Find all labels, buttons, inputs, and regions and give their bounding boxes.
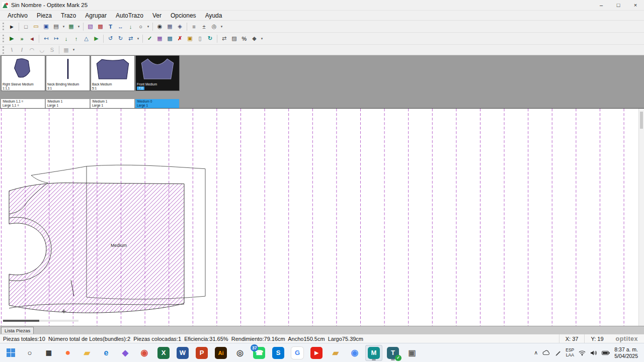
taskbar-media-app[interactable]: ◆: [117, 345, 134, 361]
taskbar-whatsapp[interactable]: ☎37: [251, 345, 268, 361]
icon-place-piece[interactable]: ▶: [7, 34, 17, 43]
icon-refresh-marker[interactable]: ↻: [205, 34, 215, 43]
marker-canvas[interactable]: Medium: [0, 109, 644, 326]
icon-spline-tool[interactable]: S: [47, 45, 57, 55]
dropdown-caret-button[interactable]: ▾: [76, 25, 81, 29]
taskbar-phone-link[interactable]: ◎: [231, 345, 249, 361]
menu-item-autotrazo[interactable]: AutoTrazo: [111, 11, 148, 20]
menu-item-opciones[interactable]: Opciones: [166, 11, 201, 20]
toolbar-grip[interactable]: [3, 35, 4, 42]
taskbar-illustrator[interactable]: Ai: [212, 345, 229, 361]
volume-icon[interactable]: [590, 350, 597, 356]
taskbar-start-button[interactable]: [2, 345, 19, 361]
size-cell-back[interactable]: !Medium 1 Large 1: [91, 99, 135, 108]
icon-flip-horizontal[interactable]: ⇄: [126, 34, 135, 43]
menu-item-trazo[interactable]: Trazo: [56, 11, 80, 20]
size-cell-right-sleeve[interactable]: !Medium 1,1 = Large 1,1 =: [1, 99, 45, 108]
menu-item-ayuda[interactable]: Ayuda: [201, 11, 227, 20]
icon-select-pointer[interactable]: ►: [7, 22, 17, 31]
icon-lot-table[interactable]: ▩: [165, 34, 175, 43]
icon-trace-grid[interactable]: ▦: [61, 45, 71, 55]
icon-new-marker[interactable]: □: [21, 22, 31, 31]
icon-open-marker[interactable]: ▭: [31, 22, 41, 31]
piece-card-back[interactable]: Back Medium 5:1: [91, 55, 135, 91]
icon-slide-down[interactable]: ↓: [61, 34, 71, 43]
menu-item-agrupar[interactable]: Agrupar: [80, 11, 111, 20]
icon-print-marker[interactable]: ▤: [51, 22, 61, 31]
battery-icon[interactable]: [602, 350, 610, 355]
vertical-scrollbar[interactable]: [638, 109, 644, 326]
icon-place-next[interactable]: ▶: [92, 34, 101, 43]
icon-slide-right[interactable]: ↦: [51, 34, 61, 43]
dropdown-caret-button[interactable]: ▾: [61, 25, 66, 29]
icon-overlap-check[interactable]: ✓: [145, 34, 154, 43]
menu-item-ver[interactable]: Ver: [148, 11, 166, 20]
taskbar-task-view[interactable]: ▦: [40, 345, 57, 361]
taskbar-skype[interactable]: S: [270, 345, 287, 361]
icon-polyline-tool[interactable]: /: [17, 45, 27, 55]
icon-marker-options[interactable]: ◆: [250, 34, 259, 43]
icon-delete-piece[interactable]: ✗: [175, 34, 185, 43]
onedrive-cloud-icon[interactable]: [542, 350, 550, 355]
icon-pin-tool[interactable]: ↓: [126, 22, 135, 31]
wifi-icon[interactable]: [579, 350, 586, 356]
dropdown-caret-button[interactable]: ▾: [146, 25, 150, 29]
menu-item-archivo[interactable]: Archivo: [3, 11, 32, 20]
icon-slide-up[interactable]: ↑: [71, 34, 81, 43]
icon-draft-mode[interactable]: ▯: [195, 34, 205, 43]
icon-text-tool[interactable]: T: [106, 22, 115, 31]
horizontal-scrollbar[interactable]: [3, 320, 78, 322]
horizontal-scrollbar-thumb[interactable]: [3, 320, 39, 322]
icon-flip-vertical[interactable]: △: [82, 34, 91, 43]
dropdown-caret-button[interactable]: ▾: [260, 37, 264, 41]
icon-export-excel[interactable]: ▦: [66, 22, 76, 31]
icon-bundle-table[interactable]: ▦: [155, 34, 165, 43]
icon-efficiency-tool[interactable]: %: [239, 34, 249, 43]
tab-lista-piezas[interactable]: Lista Piezas: [1, 327, 34, 334]
taskbar-chrome[interactable]: ◉: [136, 345, 153, 361]
icon-curve-tool[interactable]: ◡: [37, 45, 47, 55]
taskbar-chrome-work[interactable]: ◉: [346, 345, 363, 361]
taskbar-edge[interactable]: e: [98, 345, 115, 361]
dropdown-caret-button[interactable]: ▾: [71, 48, 76, 52]
icon-rotate-ccw[interactable]: ↺: [106, 34, 115, 43]
pen-icon[interactable]: [555, 350, 561, 356]
piece-card-neck-binding[interactable]: Neck Binding Medium 3:1: [46, 55, 90, 91]
toolbar-grip[interactable]: [3, 23, 4, 30]
taskbar-excel[interactable]: X: [155, 345, 172, 361]
taskbar-photos-app[interactable]: ▣: [404, 345, 421, 361]
icon-place-all[interactable]: »: [17, 34, 27, 43]
icon-pieces-report[interactable]: ▩: [96, 22, 105, 31]
size-cell-neck-binding[interactable]: !Medium 1 Large 1: [46, 99, 90, 108]
taskbar-folder-app[interactable]: ▰: [327, 345, 344, 361]
icon-arc-tool[interactable]: ◠: [27, 45, 37, 55]
taskbar-file-explorer[interactable]: ▰: [78, 345, 96, 361]
taskbar-word[interactable]: W: [174, 345, 191, 361]
menu-item-pieza[interactable]: Pieza: [32, 11, 56, 20]
icon-marker-properties[interactable]: ▧: [86, 22, 95, 31]
taskbar-firefox[interactable]: ●: [59, 345, 76, 361]
taskbar-google-app[interactable]: G: [289, 345, 306, 361]
hidden-icons-chevron[interactable]: ∧: [534, 349, 538, 356]
icon-slide-left[interactable]: ↤: [41, 34, 51, 43]
icon-find-piece[interactable]: ◉: [155, 22, 165, 31]
taskbar-search[interactable]: ○: [21, 345, 38, 361]
icon-rotate-cw[interactable]: ↻: [116, 34, 125, 43]
dropdown-caret-button[interactable]: ▾: [219, 25, 224, 29]
icon-marker-settings[interactable]: ◎: [209, 22, 219, 31]
icon-measure-tool[interactable]: ↔: [116, 22, 125, 31]
taskbar-teamviewer[interactable]: T✓: [384, 345, 401, 361]
taskbar-powerpoint[interactable]: P: [193, 345, 210, 361]
minimize-button[interactable]: –: [593, 0, 610, 10]
piece-card-front-selected[interactable]: Front Medium 7:0: [135, 55, 180, 91]
icon-swap-pieces[interactable]: ⇄: [219, 34, 229, 43]
icon-line-tool[interactable]: \: [7, 45, 17, 55]
size-cell-front-selected[interactable]: !Medium 0 Large 1: [135, 99, 180, 108]
icon-zoom-tool[interactable]: ○: [136, 22, 145, 31]
vertical-scrollbar-thumb[interactable]: [640, 112, 643, 129]
maximize-button[interactable]: □: [610, 0, 627, 10]
icon-grid-toggle[interactable]: ▦: [165, 22, 175, 31]
icon-fabric-matching[interactable]: ▨: [229, 34, 239, 43]
icon-snap-toggle[interactable]: ◈: [175, 22, 185, 31]
taskbar-youtube[interactable]: ▶: [308, 345, 325, 361]
